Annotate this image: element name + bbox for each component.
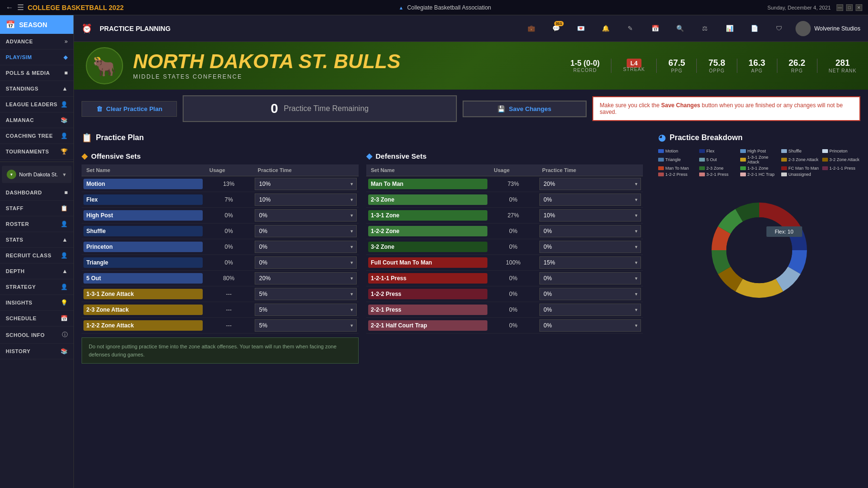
sidebar-item-roster[interactable]: ROSTER 👤 [0,216,73,232]
off-time-select[interactable]: 0% 0%5%10% 15%20%25% [255,241,356,253]
scale-icon-btn[interactable]: ⚖ [696,20,713,37]
briefcase-icon-btn[interactable]: 💼 [523,20,540,37]
off-time-cell[interactable]: 5% 0%5%10% 15%20%25% ▼ [253,302,358,318]
sidebar-item-stats[interactable]: STATS ▲ [0,232,73,248]
def-time-cell[interactable]: 0% 0%5%10% 15%20%25% ▼ [537,302,643,318]
bell-icon-btn[interactable]: 🔔 [597,20,614,37]
def-time-select[interactable]: 10% 0%5%10% 15%20%25% [539,209,641,222]
def-set-name-cell[interactable]: 3-2 Zone [366,239,489,255]
doc-icon-btn[interactable]: 📄 [746,20,763,37]
def-time-select[interactable]: 0% 0%5%10% 15%20%25% [539,272,641,285]
def-set-name-cell[interactable]: 2-2-1 Press [366,302,489,318]
off-time-cell[interactable]: 0% 0%5%10% 15%20%25% ▼ [253,224,358,239]
off-time-select[interactable]: 0% 0%5%10% 15%20%25% [255,209,356,222]
def-time-cell[interactable]: 10% 0%5%10% 15%20%25% ▼ [537,208,643,224]
off-set-name-cell[interactable]: Shuffle [82,224,205,239]
sidebar-item-standings[interactable]: STANDINGS ▲ [0,81,73,97]
def-time-select[interactable]: 0% 0%5%10% 15%20%25% [539,288,641,300]
off-time-select[interactable]: 10% 0%5%10% 15%20%25% [255,178,356,190]
sidebar-item-history[interactable]: HISTORY 📚 [0,344,73,359]
off-time-select[interactable]: 10% 0%5%10% 15%20%25% [255,193,356,206]
window-controls[interactable]: — □ ✕ [837,4,862,11]
def-set-name-cell[interactable]: 1-2-1-1 Press [366,271,489,286]
off-set-name-cell[interactable]: Princeton [82,239,205,255]
off-time-select[interactable]: 5% 0%5%10% 15%20%25% [255,304,356,316]
sidebar-item-coaching[interactable]: COACHING TREE 👤 [0,128,73,144]
off-set-name-cell[interactable]: 1-2-2 Zone Attack [82,318,205,334]
off-time-cell[interactable]: 0% 0%5%10% 15%20%25% ▼ [253,255,358,271]
def-time-cell[interactable]: 0% 0%5%10% 15%20%25% ▼ [537,286,643,302]
def-time-cell[interactable]: 0% 0%5%10% 15%20%25% ▼ [537,239,643,255]
off-set-name-cell[interactable]: Triangle [82,255,205,271]
off-set-name-cell[interactable]: Motion [82,176,205,192]
search-icon-btn[interactable]: 🔍 [672,20,689,37]
save-changes-button[interactable]: 💾 Save Changes [463,101,587,117]
edit-icon-btn[interactable]: ✎ [622,20,639,37]
off-set-name-cell[interactable]: 2-3 Zone Attack [82,302,205,318]
chart-icon-btn[interactable]: 📊 [721,20,738,37]
def-time-cell[interactable]: 0% 0%5%10% 15%20%25% ▼ [537,271,643,286]
off-time-select[interactable]: 0% 0%5%10% 15%20%25% [255,256,356,269]
def-time-select[interactable]: 0% 0%5%10% 15%20%25% [539,225,641,237]
def-time-cell[interactable]: 0% 0%5%10% 15%20%25% ▼ [537,318,643,334]
chat-icon-btn[interactable]: 💬 311 [548,20,565,37]
off-time-select[interactable]: 0% 0%5%10% 15%20%25% [255,225,356,237]
sidebar-item-school[interactable]: SCHOOL INFO ⓘ [0,326,73,344]
off-time-cell[interactable]: 10% 0%5%10% 15%20%25% ▼ [253,176,358,192]
sidebar-item-advance[interactable]: ADVANCE » [0,34,73,50]
def-time-cell[interactable]: 0% 0%5%10% 15%20%25% ▼ [537,224,643,239]
off-time-select[interactable]: 20% 0%5%10% 15%20%25% [255,272,356,285]
def-set-name-cell[interactable]: 1-3-1 Zone [366,208,489,224]
def-set-name-cell[interactable]: Man To Man [366,176,489,192]
off-set-name-cell[interactable]: High Post [82,208,205,224]
minimize-btn[interactable]: — [837,4,843,11]
off-time-select[interactable]: 5% 0%5%10% 15%20%25% [255,288,356,300]
close-btn[interactable]: ✕ [856,4,862,11]
sidebar-item-dashboard[interactable]: DASHBOARD ■ [0,185,73,201]
sidebar-item-almanac[interactable]: ALMANAC 📚 [0,112,73,128]
def-time-select[interactable]: 0% 0%5%10% 15%20%25% [539,319,641,332]
def-time-select[interactable]: 20% 0%5%10% 15%20%25% [539,178,641,190]
sidebar-item-schedule[interactable]: SCHEDULE 📅 [0,311,73,326]
off-time-cell[interactable]: 5% 0%5%10% 15%20%25% ▼ [253,286,358,302]
menu-btn[interactable]: ☰ [17,3,24,12]
clear-practice-button[interactable]: 🗑 Clear Practice Plan [82,101,177,117]
def-set-name-cell[interactable]: 2-2-1 Half Court Trap [366,318,489,334]
def-time-cell[interactable]: 0% 0%5%10% 15%20%25% ▼ [537,192,643,208]
sidebar-item-playsim[interactable]: PLAY/SIM ◆ [0,50,73,65]
calendar-icon-btn[interactable]: 📅 [647,20,664,37]
def-time-cell[interactable]: 15% 0%5%10% 15%20%25% ▼ [537,255,643,271]
off-set-name-cell[interactable]: Flex [82,192,205,208]
def-time-select[interactable]: 0% 0%5%10% 15%20%25% [539,241,641,253]
sidebar-item-insights[interactable]: INSIGHTS 💡 [0,295,73,311]
sidebar-item-leaders[interactable]: LEAGUE LEADERS 👤 [0,97,73,112]
off-time-cell[interactable]: 5% 0%5%10% 15%20%25% ▼ [253,318,358,334]
sidebar-item-staff[interactable]: STAFF 📋 [0,201,73,216]
def-time-cell[interactable]: 20% 0%5%10% 15%20%25% ▼ [537,176,643,192]
sidebar-item-depth[interactable]: DEPTH ▲ [0,264,73,279]
def-set-name-cell[interactable]: 1-2-2 Press [366,286,489,302]
sidebar-item-recruit[interactable]: RECRUIT CLASS 👤 [0,248,73,264]
team-selector[interactable]: ▼ North Dakota St. ▼ [2,166,72,183]
def-time-select[interactable]: 15% 0%5%10% 15%20%25% [539,256,641,269]
off-time-cell[interactable]: 20% 0%5%10% 15%20%25% ▼ [253,271,358,286]
def-set-name-cell[interactable]: 2-3 Zone [366,192,489,208]
maximize-btn[interactable]: □ [846,4,853,11]
sidebar-item-tournaments[interactable]: TOURNAMENTS 🏆 [0,144,73,160]
off-set-name-cell[interactable]: 5 Out [82,271,205,286]
off-time-cell[interactable]: 0% 0%5%10% 15%20%25% ▼ [253,208,358,224]
off-time-cell[interactable]: 0% 0%5%10% 15%20%25% ▼ [253,239,358,255]
def-time-select[interactable]: 0% 0%5%10% 15%20%25% [539,193,641,206]
def-set-name-cell[interactable]: Full Court Man To Man [366,255,489,271]
off-set-name-cell[interactable]: 1-3-1 Zone Attack [82,286,205,302]
sidebar-item-strategy[interactable]: STRATEGY 👤 [0,279,73,295]
shield-icon-btn[interactable]: 🛡 [771,20,788,37]
def-set-name-cell[interactable]: 1-2-2 Zone [366,224,489,239]
season-button[interactable]: 📅 SEASON [0,15,73,34]
off-time-cell[interactable]: 10% 0%5%10% 15%20%25% ▼ [253,192,358,208]
def-time-select[interactable]: 0% 0%5%10% 15%20%25% [539,304,641,316]
sidebar-item-polls[interactable]: POLLS & MEDIA ■ [0,65,73,81]
back-btn[interactable]: ← [6,3,13,12]
off-time-select[interactable]: 5% 0%5%10% 15%20%25% [255,319,356,332]
message-icon-btn[interactable]: 💌 [572,20,589,37]
